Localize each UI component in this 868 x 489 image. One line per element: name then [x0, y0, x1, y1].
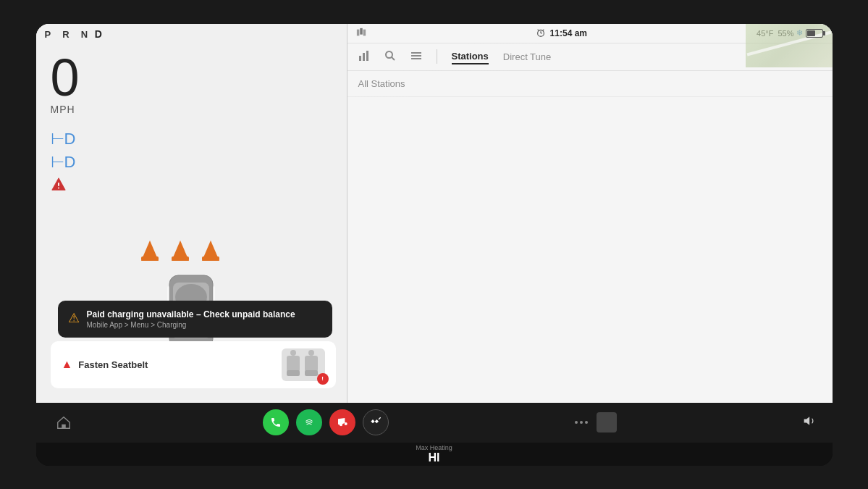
- notif-title: Paid charging unavailable – Check unpaid…: [87, 309, 295, 319]
- battery-icon: [806, 29, 823, 38]
- tab-divider: [437, 49, 437, 64]
- driving-indicators: ⊢D ⊢D: [36, 122, 347, 204]
- map-status-icon: [356, 28, 366, 39]
- svg-line-26: [392, 57, 395, 60]
- seat-svg: [283, 350, 323, 379]
- taskbar: [36, 403, 833, 443]
- svg-rect-16: [363, 29, 366, 35]
- car-visualization: ⚠ Paid charging unavailable – Check unpa…: [36, 204, 347, 403]
- headlight-indicator-1: ⊢D: [51, 130, 332, 149]
- seatbelt-warning-icon: ▲: [62, 358, 73, 371]
- svg-line-21: [542, 29, 544, 30]
- headlight-indicator-2: ⊢D: [51, 153, 332, 172]
- status-icons-row: 11:54 am: [536, 28, 587, 39]
- stations-content: [347, 97, 833, 403]
- tidal-icon[interactable]: [363, 409, 389, 435]
- svg-rect-28: [411, 55, 421, 57]
- music-icon[interactable]: [329, 409, 355, 435]
- alarm-icon: [536, 28, 546, 39]
- seatbelt-warning: ▲ Fasten Seatbelt: [62, 358, 148, 371]
- traffic-cones: [141, 241, 219, 261]
- taskbar-right: [803, 414, 817, 431]
- all-stations-label: All Stations: [347, 71, 833, 97]
- spotify-icon[interactable]: [296, 409, 322, 435]
- svg-point-31: [303, 417, 314, 428]
- hvac-label: Max Heating: [416, 444, 452, 451]
- speed-unit: MPH: [51, 104, 75, 115]
- svg-rect-23: [363, 53, 365, 61]
- seatbelt-label: Fasten Seatbelt: [78, 359, 148, 370]
- taskbar-left: [51, 409, 77, 435]
- menu-icon[interactable]: [410, 50, 422, 64]
- svg-point-33: [344, 422, 347, 425]
- svg-rect-14: [356, 29, 359, 35]
- notif-warning-icon: ⚠: [68, 310, 80, 326]
- status-center: 11:54 am: [536, 28, 587, 39]
- chart-icon[interactable]: [358, 50, 370, 64]
- prnd-display: P R N D: [45, 28, 104, 40]
- charging-notification: ⚠ Paid charging unavailable – Check unpa…: [58, 301, 332, 338]
- svg-rect-11: [305, 356, 318, 372]
- tab-stations[interactable]: Stations: [452, 49, 489, 64]
- svg-line-20: [537, 29, 539, 30]
- right-panel-wrapper: 11:54 am 45°F 55% ❄: [347, 24, 833, 403]
- svg-point-1: [58, 187, 59, 188]
- svg-rect-9: [287, 370, 300, 376]
- notif-content: Paid charging unavailable – Check unpaid…: [87, 309, 295, 329]
- taskbar-window-button[interactable]: [597, 412, 617, 432]
- gear-selector: P R N D: [36, 24, 347, 44]
- speed-value: 0: [51, 51, 80, 104]
- svg-point-25: [386, 51, 392, 58]
- svg-point-32: [340, 423, 342, 426]
- status-left: [356, 28, 366, 39]
- seatbelt-warning-row: ▲ Fasten Seatbelt: [51, 341, 336, 388]
- tab-direct-tune[interactable]: Direct Tune: [503, 50, 551, 64]
- cone-1: [141, 241, 159, 261]
- hvac-temp: HI: [416, 451, 452, 464]
- instrument-cluster: P R N D 0 MPH ⊢D ⊢D: [36, 24, 347, 403]
- time-display: 11:54 am: [550, 28, 587, 38]
- car-home-icon[interactable]: [51, 409, 77, 435]
- svg-rect-24: [366, 51, 368, 61]
- battery-fill: [807, 30, 815, 36]
- speed-display: 0 MPH: [36, 44, 347, 122]
- svg-rect-22: [359, 56, 361, 61]
- media-panel: 11:54 am 45°F 55% ❄: [347, 24, 833, 403]
- safety-warning-icon: [51, 176, 332, 196]
- svg-point-10: [290, 350, 296, 356]
- cone-3: [202, 241, 219, 261]
- volume-icon[interactable]: [803, 414, 817, 431]
- svg-rect-8: [287, 356, 300, 372]
- svg-rect-30: [62, 425, 66, 429]
- phone-icon[interactable]: [263, 409, 289, 435]
- svg-rect-12: [305, 370, 318, 376]
- svg-point-13: [308, 350, 314, 356]
- hvac-left: Max Heating HI: [416, 444, 452, 464]
- main-display: P R N D 0 MPH ⊢D ⊢D: [36, 24, 833, 403]
- svg-rect-29: [411, 58, 421, 59]
- taskbar-app-icons: [263, 409, 389, 435]
- seat-icon-group: !: [282, 348, 325, 381]
- notif-subtitle: Mobile App > Menu > Charging: [87, 321, 295, 329]
- main-screen: P R N D 0 MPH ⊢D ⊢D: [36, 24, 833, 466]
- taskbar-dots[interactable]: [575, 421, 588, 424]
- svg-rect-27: [411, 52, 421, 54]
- seat-icons: !: [282, 348, 325, 381]
- search-icon[interactable]: [384, 50, 396, 64]
- seat-alert-badge: !: [317, 373, 329, 385]
- svg-rect-15: [360, 28, 363, 34]
- cone-2: [172, 241, 189, 261]
- hvac-bar: Max Heating HI: [36, 443, 833, 466]
- taskbar-center: [575, 412, 617, 432]
